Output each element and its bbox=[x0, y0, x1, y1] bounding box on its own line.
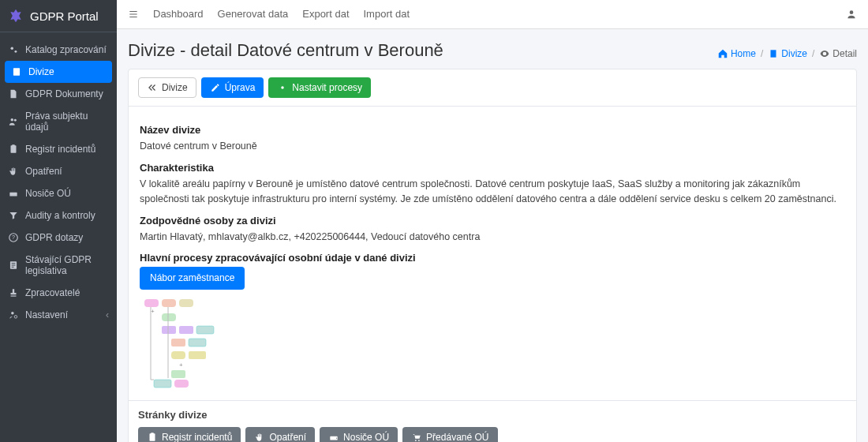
svg-rect-6 bbox=[12, 144, 15, 146]
sidebar-item-label: Divize bbox=[28, 66, 54, 77]
process-button[interactable]: Nábor zaměstnance bbox=[140, 267, 245, 289]
sidebar: GDPR Portal Katalog zpracování Divize GD… bbox=[0, 0, 117, 442]
sidebar-item-legislativa[interactable]: Stávající GDPR legislativa bbox=[0, 249, 117, 282]
sidebar-item-dokumenty[interactable]: GDPR Dokumenty bbox=[0, 83, 117, 105]
svg-point-13 bbox=[11, 312, 14, 315]
sidebar-item-label: Nosiče OÚ bbox=[25, 188, 71, 199]
svg-rect-32 bbox=[154, 380, 171, 388]
question-icon: ? bbox=[8, 232, 19, 243]
svg-rect-18 bbox=[144, 299, 159, 307]
footer-title: Stránky divize bbox=[138, 409, 847, 421]
sidebar-item-label: Katalog zpracování bbox=[25, 44, 107, 55]
footer-btn-registr[interactable]: Registr incidentů bbox=[138, 427, 241, 442]
back-button[interactable]: Divize bbox=[138, 77, 196, 98]
detail-card: Divize Úprava Nastavit procesy Název div… bbox=[128, 69, 857, 442]
sidebar-item-prava[interactable]: Práva subjektu údajů bbox=[0, 105, 117, 138]
users-icon bbox=[8, 116, 19, 127]
svg-point-0 bbox=[11, 47, 14, 51]
user-cog-icon bbox=[8, 309, 19, 320]
svg-rect-29 bbox=[189, 351, 206, 359]
clipboard-icon bbox=[8, 144, 19, 155]
building-icon bbox=[768, 48, 779, 59]
process-diagram-thumbnail[interactable]: + + bbox=[140, 296, 226, 391]
name-label: Název divize bbox=[140, 124, 845, 136]
topbar-link-generovat[interactable]: Generovat data bbox=[218, 8, 289, 20]
sidebar-item-label: Opatření bbox=[25, 166, 62, 177]
svg-rect-31 bbox=[171, 370, 185, 378]
home-icon bbox=[717, 48, 728, 59]
card-footer: Stránky divize Registr incidentů Opatřen… bbox=[129, 400, 856, 442]
cart-icon bbox=[411, 432, 422, 442]
sidebar-item-katalog[interactable]: Katalog zpracování bbox=[0, 39, 117, 61]
svg-rect-28 bbox=[171, 351, 185, 359]
proc-label: Hlavní procesy zpracovávající osobní úda… bbox=[140, 252, 845, 264]
crumb-sep: / bbox=[812, 48, 814, 59]
chevron-left-icon: ‹ bbox=[106, 309, 109, 320]
svg-rect-24 bbox=[179, 326, 193, 334]
user-icon[interactable] bbox=[846, 9, 857, 20]
sidebar-nav: Katalog zpracování Divize GDPR Dokumenty… bbox=[0, 39, 117, 326]
crumb-divize[interactable]: Divize bbox=[768, 48, 807, 59]
sidebar-item-nastaveni[interactable]: Nastavení ‹ bbox=[0, 304, 117, 326]
sidebar-item-zpracovatele[interactable]: Zpracovatelé bbox=[0, 282, 117, 304]
clipboard-icon bbox=[147, 432, 158, 442]
svg-point-4 bbox=[14, 119, 17, 122]
chevron-double-left-icon bbox=[147, 82, 158, 93]
sidebar-item-registr[interactable]: Registr incidentů bbox=[0, 138, 117, 160]
menu-toggle-icon[interactable] bbox=[128, 9, 139, 20]
svg-rect-33 bbox=[174, 380, 189, 388]
svg-rect-12 bbox=[11, 296, 17, 297]
svg-point-38 bbox=[415, 440, 417, 441]
brand[interactable]: GDPR Portal bbox=[0, 0, 117, 32]
edit-icon bbox=[210, 82, 221, 93]
gear-icon bbox=[277, 82, 288, 93]
hdd-icon bbox=[328, 432, 339, 442]
sidebar-item-nosice[interactable]: Nosiče OÚ bbox=[0, 182, 117, 204]
content: Divize - detail Datové centrum v Berouně… bbox=[117, 29, 868, 442]
setup-processes-button[interactable]: Nastavit procesy bbox=[268, 77, 371, 98]
svg-text:?: ? bbox=[12, 234, 15, 240]
footer-btn-nosice[interactable]: Nosiče OÚ bbox=[320, 427, 398, 442]
footer-btn-opatreni[interactable]: Opatření bbox=[245, 427, 315, 442]
svg-rect-2 bbox=[13, 68, 20, 75]
sidebar-item-label: Registr incidentů bbox=[25, 144, 95, 155]
svg-rect-25 bbox=[196, 326, 214, 334]
crumb-home[interactable]: Home bbox=[717, 48, 756, 59]
svg-rect-27 bbox=[189, 339, 206, 346]
sidebar-item-opatreni[interactable]: Opatření bbox=[0, 160, 117, 182]
svg-rect-23 bbox=[162, 326, 176, 334]
sidebar-item-audity[interactable]: Audity a kontroly bbox=[0, 204, 117, 227]
sidebar-item-label: Zpracovatelé bbox=[25, 287, 80, 298]
char-value: V lokalitě areálu papírny v Berouně je u… bbox=[140, 177, 845, 207]
footer-btn-predavane[interactable]: Předávané OÚ bbox=[402, 427, 497, 442]
svg-rect-19 bbox=[162, 299, 176, 307]
sidebar-item-label: Nastavení bbox=[25, 309, 68, 320]
edit-button[interactable]: Úprava bbox=[201, 77, 264, 98]
filter-icon bbox=[8, 210, 19, 221]
hand-icon bbox=[8, 166, 19, 177]
hand-icon bbox=[254, 432, 265, 442]
breadcrumb: Home / Divize / Detail bbox=[717, 48, 857, 59]
topbar-link-export[interactable]: Export dat bbox=[302, 8, 349, 20]
resp-value: Martin Hlavatý, mhlavaty@alkb.cz, +42022… bbox=[140, 230, 845, 245]
svg-rect-35 bbox=[151, 433, 154, 434]
svg-rect-26 bbox=[171, 339, 185, 346]
stamp-icon bbox=[8, 287, 19, 298]
crumb-sep: / bbox=[761, 48, 763, 59]
sidebar-item-label: Práva subjektu údajů bbox=[25, 110, 109, 133]
building-icon bbox=[11, 66, 22, 77]
sidebar-item-divize[interactable]: Divize bbox=[5, 61, 112, 83]
svg-point-17 bbox=[282, 86, 285, 89]
topbar: Dashboard Generovat data Export dat Impo… bbox=[117, 0, 868, 29]
crumb-detail: Detail bbox=[819, 48, 857, 59]
file-icon bbox=[8, 88, 19, 99]
sidebar-item-dotazy[interactable]: ? GDPR dotazy bbox=[0, 227, 117, 249]
char-label: Charakteristika bbox=[140, 162, 845, 174]
svg-rect-20 bbox=[179, 299, 193, 307]
brand-logo-icon bbox=[8, 8, 24, 24]
topbar-link-dashboard[interactable]: Dashboard bbox=[153, 8, 204, 20]
hdd-icon bbox=[8, 188, 19, 199]
svg-point-8 bbox=[16, 194, 17, 195]
svg-point-14 bbox=[14, 316, 17, 319]
topbar-link-import[interactable]: Import dat bbox=[364, 8, 410, 20]
